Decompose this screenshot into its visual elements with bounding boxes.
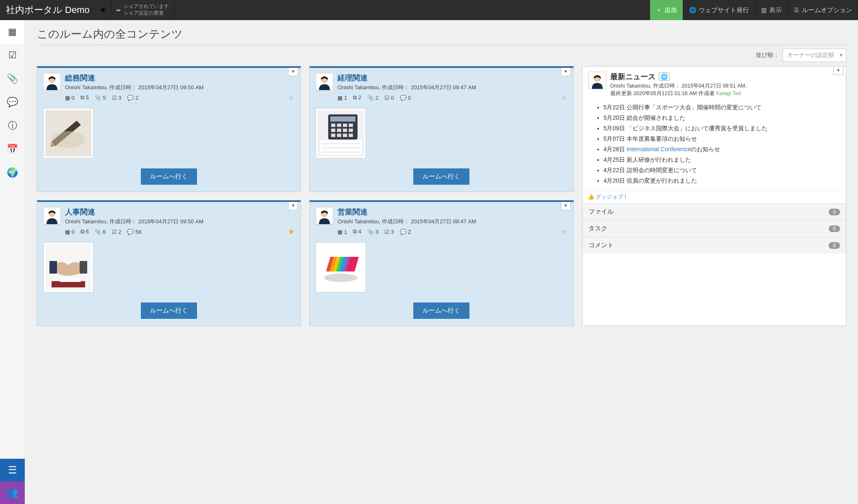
good-job-button[interactable]: 👍 グッジョブ！ bbox=[583, 190, 846, 203]
news-updated-by-label: 作成者 bbox=[698, 90, 715, 96]
rail-menu-button[interactable]: ☰ bbox=[0, 459, 25, 481]
room-thumbnail bbox=[43, 108, 93, 158]
stat-attachment: 📎 2 bbox=[367, 95, 378, 101]
sort-select[interactable]: オーナーの設定順 bbox=[783, 49, 846, 62]
news-item: 4月28日 International Conferenceのお知らせ bbox=[604, 144, 839, 155]
stat-copy: ⧉ 6 bbox=[80, 228, 89, 235]
section-label: ファイル bbox=[588, 208, 614, 216]
rail-discussions-button[interactable]: 💬 bbox=[0, 90, 25, 114]
share-line1: シェアされています bbox=[124, 3, 169, 10]
plus-icon: ＋ bbox=[656, 6, 662, 14]
publish-label: ウェブサイト発行 bbox=[699, 6, 749, 14]
star-icon[interactable]: ★ bbox=[561, 93, 568, 102]
go-to-room-button[interactable]: ルームへ行く bbox=[413, 168, 469, 185]
room-title-link[interactable]: 経理関連 bbox=[337, 73, 567, 83]
stat-grid: ▦ 0 bbox=[65, 95, 75, 101]
room-stats: ▦ 1 ⧉ 2 📎 2 ☑ 0 💬 0 ★ bbox=[337, 93, 567, 102]
star-icon[interactable]: ★ bbox=[288, 227, 295, 236]
card-menu-toggle[interactable]: ▼ bbox=[288, 202, 298, 210]
stat-attachment: 📎 3 bbox=[367, 229, 378, 235]
main-content: このルーム内の全コンテンツ 並び順： オーナーの設定順 ▼ 総務関連 Onish… bbox=[25, 20, 858, 504]
rail-people-button[interactable]: 👥 bbox=[0, 481, 25, 504]
good-job-label: グッジョブ！ bbox=[596, 194, 628, 200]
stat-comment: 💬 0 bbox=[400, 95, 411, 101]
display-label: 表示 bbox=[769, 6, 782, 14]
avatar bbox=[43, 207, 61, 225]
card-menu-toggle[interactable]: ▼ bbox=[561, 202, 571, 210]
rail-info-button[interactable]: ⓘ bbox=[0, 114, 25, 137]
stat-comment: 💬 2 bbox=[127, 95, 138, 101]
display-button[interactable]: ▥ 表示 bbox=[755, 0, 788, 20]
stat-task: ☑ 0 bbox=[384, 95, 394, 101]
rail-calendar-button[interactable]: 📅 bbox=[0, 137, 25, 161]
stat-copy: ⧉ 5 bbox=[80, 94, 89, 101]
globe-icon: 🌐 bbox=[659, 72, 669, 81]
room-title-link[interactable]: 総務関連 bbox=[65, 73, 295, 83]
favorite-star-button[interactable]: ★ bbox=[96, 0, 111, 20]
news-list: 5月22日 公開行事「スポーツ大会」開催時間の変更について5月20日 総会が開催… bbox=[583, 101, 846, 190]
stat-attachment: 📎 6 bbox=[95, 229, 106, 235]
thumbs-up-icon: 👍 bbox=[588, 194, 594, 200]
news-item: 4月25日 新人研修が行われました bbox=[604, 155, 839, 165]
room-title-link[interactable]: 営業関連 bbox=[337, 207, 567, 217]
star-icon[interactable]: ★ bbox=[561, 227, 568, 236]
sort-value: オーナーの設定順 bbox=[787, 52, 834, 58]
rail-tasks-button[interactable]: ☑ bbox=[0, 44, 25, 67]
stat-attachment: 📎 5 bbox=[95, 95, 106, 101]
section-label: タスク bbox=[588, 225, 607, 233]
avatar bbox=[588, 72, 606, 89]
sort-label: 並び順： bbox=[756, 52, 779, 59]
news-link[interactable]: International Conference bbox=[627, 146, 691, 152]
go-to-room-button[interactable]: ルームへ行く bbox=[413, 302, 469, 319]
star-icon[interactable]: ★ bbox=[288, 93, 295, 102]
rail-attachments-button[interactable]: 📎 bbox=[0, 67, 25, 90]
section-count-badge: 0 bbox=[829, 209, 840, 215]
news-section-row[interactable]: ファイル0 bbox=[583, 203, 846, 220]
sort-row: 並び順： オーナーの設定順 bbox=[37, 49, 846, 62]
news-created-label: 作成日時： bbox=[653, 83, 680, 89]
avatar bbox=[43, 73, 61, 90]
share-status[interactable]: ➥ シェアされています シェア設定の変更 bbox=[111, 0, 174, 20]
news-updated-by: Katagi Ted bbox=[716, 90, 741, 96]
room-thumbnail bbox=[43, 242, 93, 292]
publish-website-button[interactable]: 🌐 ウェブサイト発行 bbox=[683, 0, 755, 20]
globe-icon: 🌐 bbox=[689, 7, 696, 13]
go-to-room-button[interactable]: ルームへ行く bbox=[141, 302, 197, 319]
rail-grid-button[interactable]: ▦ bbox=[0, 20, 25, 44]
news-section-row[interactable]: タスク0 bbox=[583, 220, 846, 237]
avatar bbox=[316, 207, 333, 225]
add-button[interactable]: ＋ 追加 bbox=[650, 0, 683, 20]
news-item: 5月20日 総会が開催されました bbox=[604, 113, 839, 123]
room-options-button[interactable]: ☰ ルームオプション bbox=[788, 0, 858, 20]
news-section-row[interactable]: コメント0 bbox=[583, 237, 846, 253]
stat-copy: ⧉ 2 bbox=[353, 94, 361, 101]
section-count-badge: 0 bbox=[829, 242, 840, 249]
room-card: ▼ 総務関連 Onishi Takamitsu, 作成日時： 2015年04月2… bbox=[37, 66, 301, 192]
room-title-link[interactable]: 人事関連 bbox=[65, 207, 295, 217]
page-title: このルーム内の全コンテンツ bbox=[37, 27, 846, 45]
avatar bbox=[316, 73, 333, 90]
stat-task: ☑ 3 bbox=[384, 229, 394, 235]
news-item: 5月09日 「ビジネス国際大会」において優秀賞を受賞しました bbox=[604, 123, 839, 134]
top-bar: 社内ポータル Demo ★ ➥ シェアされています シェア設定の変更 ＋ 追加 … bbox=[0, 0, 858, 20]
section-count-badge: 0 bbox=[829, 225, 840, 232]
room-card: ▼ 人事関連 Onishi Takamitsu, 作成日時： 2015年04月2… bbox=[37, 200, 301, 326]
news-card: ▼ 最新ニュース 🌐 Onishi Takamitsu, 作成日時： 2015年… bbox=[582, 66, 846, 326]
room-meta: Onishi Takamitsu, 作成日時： 2015年04月27日 09:5… bbox=[65, 84, 295, 91]
card-menu-toggle[interactable]: ▼ bbox=[561, 68, 571, 76]
card-menu-toggle[interactable]: ▼ bbox=[833, 67, 843, 75]
stat-task: ☑ 2 bbox=[112, 229, 122, 235]
room-meta: Onishi Takamitsu, 作成日時： 2015年04月27日 09:4… bbox=[337, 218, 567, 225]
stat-comment: 💬 2 bbox=[400, 229, 411, 235]
room-stats: ▦ 0 ⧉ 5 📎 5 ☑ 3 💬 2 ★ bbox=[65, 93, 295, 102]
rail-globe-button[interactable]: 🌍 bbox=[0, 161, 25, 184]
room-meta: Onishi Takamitsu, 作成日時： 2015年04月27日 09:4… bbox=[337, 84, 567, 91]
go-to-room-button[interactable]: ルームへ行く bbox=[141, 168, 197, 185]
news-updated: 2020年05月12日 01:16 AM bbox=[633, 90, 697, 96]
stat-comment: 💬 58 bbox=[127, 229, 141, 235]
room-card: ▼ 営業関連 Onishi Takamitsu, 作成日時： 2015年04月2… bbox=[309, 200, 573, 326]
news-item: 5月07日 本年度募集要項のお知らせ bbox=[604, 134, 839, 144]
share-line2: シェア設定の変更 bbox=[124, 10, 169, 17]
card-menu-toggle[interactable]: ▼ bbox=[288, 68, 298, 76]
stat-grid: ▦ 1 bbox=[337, 229, 347, 235]
